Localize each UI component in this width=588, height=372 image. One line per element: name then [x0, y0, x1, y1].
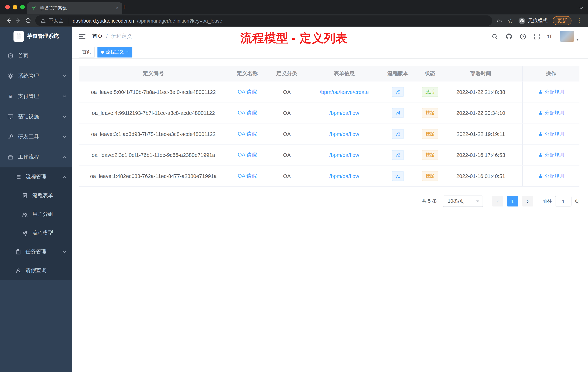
assign-rule-label: 分配规则: [545, 173, 564, 179]
sidebar-item-process-model[interactable]: 流程模型: [0, 224, 72, 242]
definition-name-link[interactable]: OA 请假: [238, 109, 257, 116]
chevron-down-icon: [62, 250, 67, 254]
tag-label: 流程定义: [106, 49, 124, 55]
form-link[interactable]: /bpm/oa/flow: [329, 131, 359, 137]
form-link[interactable]: /bpm/oa/flow: [329, 152, 359, 158]
status-badge: 挂起: [422, 171, 438, 181]
sidebar-item-leave-query[interactable]: 请假查询: [0, 261, 72, 280]
goto-page-input[interactable]: [555, 196, 572, 207]
form-link[interactable]: /bpm/oa/flow: [329, 110, 359, 116]
status-badge: 激活: [422, 87, 438, 97]
assign-rule-link[interactable]: 分配规则: [538, 131, 564, 137]
definition-name-link[interactable]: OA 请假: [238, 173, 257, 179]
wrench-icon: [8, 134, 13, 140]
page-number-button[interactable]: 1: [507, 196, 518, 207]
page-size-select[interactable]: 10条/页: [443, 196, 483, 207]
forward-button[interactable]: [13, 16, 23, 26]
sidebar-item-process-form[interactable]: 流程表单: [0, 186, 72, 205]
zoom-window-button[interactable]: [20, 5, 25, 10]
github-icon[interactable]: [505, 33, 512, 40]
tag-home[interactable]: 首页: [79, 47, 94, 57]
navbar-right-icons: ? tT: [492, 31, 579, 42]
minimize-window-button[interactable]: [13, 5, 17, 10]
sidebar-toggle-icon[interactable]: [78, 32, 86, 40]
gear-icon: [8, 73, 13, 79]
person-icon: [538, 110, 543, 115]
cell-spacer: [516, 82, 522, 102]
sidebar-item-label: 请假查询: [25, 267, 47, 274]
close-window-button[interactable]: [5, 5, 10, 10]
browser-toolbar: 不安全 dashboard.yudao.iocoder.cn/bpm/manag…: [0, 14, 588, 27]
sidebar-item-label: 流程模型: [32, 230, 53, 236]
status-badge: 挂起: [422, 150, 438, 160]
sidebar-item-user-group[interactable]: 用户分组: [0, 205, 72, 224]
form-link[interactable]: /bpm/oa/flow: [329, 173, 359, 179]
password-key-icon[interactable]: [496, 17, 502, 24]
workflow-submenu: 流程管理 流程表单 用户分组: [0, 167, 72, 280]
prev-page-button[interactable]: ‹: [492, 196, 503, 207]
clipboard-icon: [15, 249, 21, 255]
assign-rule-link[interactable]: 分配规则: [538, 152, 564, 158]
cell-definition-id: oa_leave:3:1fad3d93-7b75-11ec-a3c8-acde4…: [79, 124, 228, 144]
sidebar-logo[interactable]: 芋道管理系统: [0, 27, 72, 46]
assign-rule-link[interactable]: 分配规则: [538, 109, 564, 116]
search-icon[interactable]: [492, 33, 498, 40]
bookmark-star-icon[interactable]: ☆: [508, 17, 513, 24]
sidebar-item-system[interactable]: 系统管理: [0, 66, 72, 86]
font-size-icon[interactable]: tT: [547, 33, 552, 40]
version-badge: v2: [392, 150, 404, 160]
version-badge: v5: [392, 87, 404, 97]
assign-rule-link[interactable]: 分配规则: [538, 88, 564, 95]
goto-label: 前往: [542, 198, 552, 205]
tag-close-icon[interactable]: ×: [126, 50, 129, 55]
sidebar-item-label: 流程表单: [32, 192, 53, 199]
version-badge: v1: [392, 171, 404, 181]
browser-tab[interactable]: 芋道管理系统 ×: [27, 2, 122, 14]
avatar[interactable]: [560, 31, 574, 42]
sidebar-item-task-management[interactable]: 任务管理: [0, 242, 72, 261]
person-icon: [538, 89, 543, 94]
user-menu[interactable]: [560, 31, 579, 42]
update-label: 更新: [557, 17, 567, 24]
help-icon[interactable]: ?: [520, 33, 526, 40]
more-menu-icon[interactable]: ⋮: [577, 18, 583, 24]
person-icon: [15, 268, 21, 274]
version-badge: v4: [392, 108, 404, 118]
breadcrumb-home[interactable]: 首页: [92, 33, 103, 40]
sidebar-item-payment[interactable]: ¥ 支付管理: [0, 86, 72, 107]
definition-name-link[interactable]: OA 请假: [238, 88, 257, 95]
new-tab-button[interactable]: +: [120, 3, 128, 11]
form-link[interactable]: /bpm/oa/leave/create: [320, 89, 369, 95]
column-header-spacer: [516, 66, 522, 81]
column-header: 状态: [414, 66, 445, 81]
tag-process-definition[interactable]: 流程定义 ×: [97, 47, 132, 57]
security-warning-icon[interactable]: [41, 18, 46, 23]
tab-close-icon[interactable]: ×: [116, 6, 118, 11]
chevron-down-icon: [62, 135, 67, 139]
sidebar-item-workflow[interactable]: 工作流程: [0, 147, 72, 167]
assign-rule-label: 分配规则: [545, 88, 564, 95]
definition-name-link[interactable]: OA 请假: [238, 131, 257, 137]
definition-name-link[interactable]: OA 请假: [238, 152, 257, 158]
column-header: 流程版本: [381, 66, 415, 81]
sidebar-item-infrastructure[interactable]: 基础设施: [0, 107, 72, 127]
fullscreen-icon[interactable]: [534, 33, 540, 40]
tab-search-chevron-icon[interactable]: [579, 5, 584, 12]
table-row: oa_leave:1:482ec033-762a-11ec-8477-a2380…: [79, 166, 579, 187]
avatar-caret-icon: [576, 39, 579, 40]
security-label[interactable]: 不安全: [49, 17, 63, 24]
active-dot-icon: [101, 50, 104, 54]
address-bar[interactable]: 不安全 dashboard.yudao.iocoder.cn/bpm/manag…: [35, 15, 492, 26]
next-page-button[interactable]: ›: [522, 196, 533, 207]
sidebar-item-home[interactable]: 首页: [0, 46, 72, 66]
sidebar-item-process-management[interactable]: 流程管理: [0, 167, 72, 186]
update-chip[interactable]: 更新: [553, 16, 571, 25]
sidebar-item-devtools[interactable]: 研发工具: [0, 127, 72, 147]
cell-definition-id: oa_leave:5:004b710b-7b8a-11ec-8ef0-acde4…: [79, 82, 228, 102]
sidebar-item-label: 首页: [18, 53, 29, 59]
reload-button[interactable]: [23, 16, 33, 26]
incognito-chip[interactable]: 无痕模式: [518, 17, 547, 24]
assign-rule-link[interactable]: 分配规则: [538, 173, 564, 179]
browser-tab-strip: 芋道管理系统 × +: [0, 0, 588, 14]
back-button[interactable]: [4, 16, 14, 26]
